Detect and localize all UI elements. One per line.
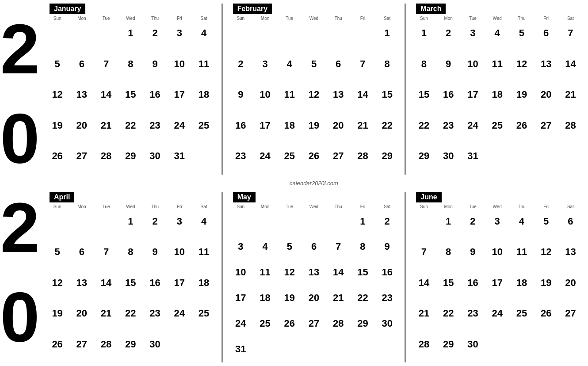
cal-day-cell: 25 xyxy=(509,302,534,325)
cal-day-cell: 17 xyxy=(167,83,191,106)
cal-day-cell: 24 xyxy=(167,114,191,137)
cal-day-cell: 14 xyxy=(326,261,351,284)
calendar-grid: 1234567891011121314151617181920212223242… xyxy=(412,22,583,175)
cal-day-cell: 19 xyxy=(509,83,534,106)
cal-day-cell: 7 xyxy=(412,240,436,263)
cal-day-cell: 30 xyxy=(375,312,399,335)
month-title-february: February xyxy=(234,4,271,13)
dow-label: Sun xyxy=(412,16,436,21)
cal-day-cell: 23 xyxy=(229,145,253,168)
dow-label: Thu xyxy=(143,204,167,209)
cal-day-cell: 20 xyxy=(69,114,94,137)
cal-day-cell: 17 xyxy=(253,114,277,137)
cal-day-cell: 26 xyxy=(509,114,534,137)
bottom-half: AprilSunMonTueWedThuFriSat12345678910111… xyxy=(40,188,588,366)
calendar-grid: 1234567891011121314151617181920212223242… xyxy=(229,210,400,363)
cal-day-cell: 25 xyxy=(191,302,216,325)
cal-day-cell: 16 xyxy=(143,271,167,294)
cal-day-cell: 4 xyxy=(253,235,277,258)
dow-label: Tue xyxy=(277,16,302,21)
cal-day-cell: 28 xyxy=(351,145,375,168)
cal-day-cell: 24 xyxy=(485,302,509,325)
cal-day-cell: 3 xyxy=(229,235,253,258)
calendar-grid: 1234567891011121314151617181920212223242… xyxy=(229,22,400,175)
cal-day-cell: 28 xyxy=(94,333,118,356)
cal-day-cell: 8 xyxy=(118,240,143,263)
cal-day-cell: 15 xyxy=(118,83,143,106)
cal-day-cell: 22 xyxy=(118,114,143,137)
cal-day-cell: 23 xyxy=(143,302,167,325)
dow-label: Tue xyxy=(94,204,118,209)
cal-day-cell: 1 xyxy=(118,210,143,233)
month-may: MaySunMonTueWedThuFriSat1234567891011121… xyxy=(223,188,405,366)
cal-day-cell: 27 xyxy=(534,114,558,137)
cal-day-cell: 12 xyxy=(277,261,302,284)
cal-day-cell: 7 xyxy=(94,240,118,263)
cal-day-cell: 10 xyxy=(229,261,253,284)
cal-day-cell: 21 xyxy=(94,114,118,137)
dow-label: Thu xyxy=(326,16,351,21)
cal-day-cell: 14 xyxy=(412,271,436,294)
cal-day-cell: 28 xyxy=(326,312,351,335)
cal-day-cell: 16 xyxy=(461,271,485,294)
cal-day-cell: 5 xyxy=(509,22,534,45)
dow-label: Sun xyxy=(412,204,436,209)
cal-day-cell: 22 xyxy=(351,286,375,309)
cal-day-cell: 4 xyxy=(191,22,216,45)
cal-day-cell: 16 xyxy=(143,83,167,106)
dow-label: Sat xyxy=(191,16,216,21)
month-title-january: January xyxy=(50,4,84,13)
cal-empty-cell xyxy=(277,22,302,45)
cal-day-cell: 27 xyxy=(326,145,351,168)
month-title-june: June xyxy=(417,193,440,202)
dow-label: Thu xyxy=(143,16,167,21)
cal-day-cell: 10 xyxy=(485,240,509,263)
cal-day-cell: 5 xyxy=(277,235,302,258)
dow-label: Mon xyxy=(253,16,277,21)
cal-day-cell: 2 xyxy=(375,210,399,233)
cal-empty-cell xyxy=(94,210,118,233)
cal-day-cell: 9 xyxy=(436,53,461,76)
cal-day-cell: 30 xyxy=(436,145,461,168)
cal-day-cell: 4 xyxy=(485,22,509,45)
cal-day-cell: 27 xyxy=(558,302,583,325)
dow-label: Sat xyxy=(191,204,216,209)
cal-empty-cell xyxy=(302,210,326,233)
year-digit-4: 0 xyxy=(0,282,40,352)
cal-day-cell: 27 xyxy=(69,145,94,168)
cal-day-cell: 11 xyxy=(277,83,302,106)
dow-label: Sun xyxy=(45,16,69,21)
cal-day-cell: 11 xyxy=(253,261,277,284)
dow-label: Wed xyxy=(118,204,143,209)
cal-day-cell: 6 xyxy=(69,53,94,76)
cal-empty-cell xyxy=(326,22,351,45)
cal-day-cell: 3 xyxy=(253,53,277,76)
month-title-may: May xyxy=(234,193,255,202)
cal-day-cell: 9 xyxy=(229,83,253,106)
cal-day-cell: 13 xyxy=(69,271,94,294)
dow-label: Sun xyxy=(229,16,253,21)
cal-empty-cell xyxy=(326,210,351,233)
cal-day-cell: 25 xyxy=(191,114,216,137)
dow-label: Thu xyxy=(509,16,534,21)
cal-day-cell: 17 xyxy=(229,286,253,309)
cal-empty-cell xyxy=(412,210,436,233)
dow-label: Mon xyxy=(436,204,461,209)
cal-empty-cell xyxy=(229,22,253,45)
cal-day-cell: 9 xyxy=(143,240,167,263)
cal-day-cell: 10 xyxy=(167,53,191,76)
cal-day-cell: 7 xyxy=(94,53,118,76)
cal-day-cell: 20 xyxy=(69,302,94,325)
cal-day-cell: 14 xyxy=(94,83,118,106)
cal-day-cell: 18 xyxy=(191,83,216,106)
cal-day-cell: 23 xyxy=(375,286,399,309)
cal-day-cell: 15 xyxy=(412,83,436,106)
year-digit-2: 0 xyxy=(0,103,40,174)
cal-day-cell: 23 xyxy=(436,114,461,137)
cal-day-cell: 21 xyxy=(94,302,118,325)
cal-day-cell: 3 xyxy=(167,22,191,45)
cal-day-cell: 8 xyxy=(436,240,461,263)
cal-day-cell: 13 xyxy=(302,261,326,284)
cal-day-cell: 3 xyxy=(167,210,191,233)
cal-day-cell: 12 xyxy=(45,83,69,106)
